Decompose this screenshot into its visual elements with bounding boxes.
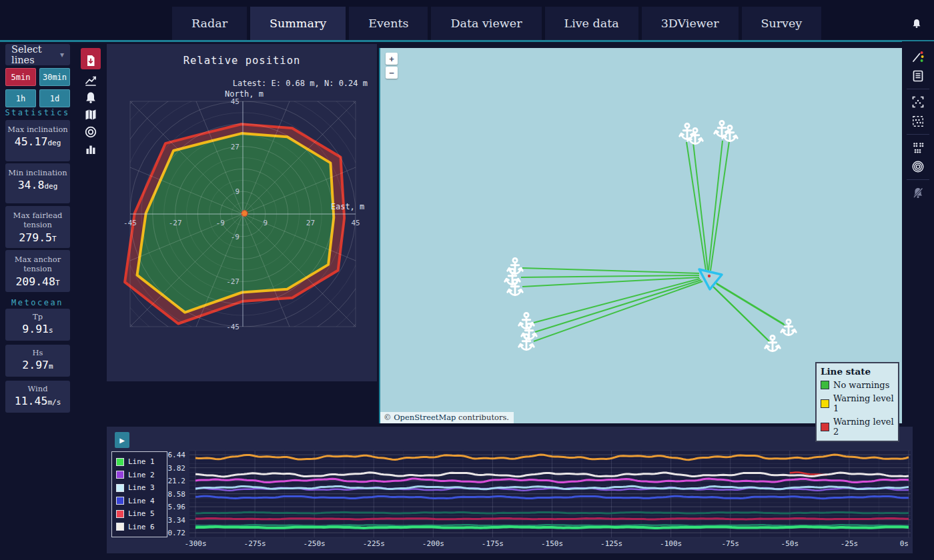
north-axis-tick: 9 [235,187,240,196]
export-report-button[interactable] [81,48,101,69]
legend-label: Line 6 [128,523,155,531]
time-button-5min[interactable]: 5min [5,68,36,86]
notifications-bell-icon[interactable] [911,17,922,29]
rings-icon[interactable] [911,160,925,173]
tab-radar[interactable]: Radar [172,7,247,40]
select-region-icon[interactable] [911,115,925,128]
legend-label: Line 4 [128,497,155,505]
line-1-swatch [116,458,124,466]
relative-position-panel: Relative position Latest: E: 0.68 m, N: … [107,44,377,381]
east-axis-tick: 27 [306,219,315,227]
metocean-header: Metocean [0,298,75,307]
openstreetmap-link[interactable]: OpenStreetMap [394,413,456,422]
metocean-value: 9.91 [22,323,49,335]
x-axis-tick: -250s [304,539,326,548]
stat-card-max-inclination: Max inclination 45.17deg [5,120,70,161]
top-nav: Radar Summary Events Data viewer Live da… [0,0,934,42]
map-icon[interactable] [84,108,97,121]
stat-unit: deg [47,139,61,147]
stat-label: Max anchor tension [5,255,70,274]
anchor-icon [781,319,797,335]
time-range-buttons: 5min 30min 1h 1d [5,68,70,107]
tension-timeseries-panel: ▶ Line 1 Line 2 Line 3 Line 4 Line 5 Lin… [107,427,913,553]
stat-value: 34.8 [18,179,45,191]
legend-item-line-1: Line 1 [116,455,163,469]
mooring-line [521,275,699,277]
bell-icon[interactable] [84,91,97,104]
legend-item-line-6: Line 6 [116,521,163,534]
metocean-unit: m/s [47,398,61,407]
x-axis-tick: -225s [363,539,385,548]
alarm-off-icon[interactable] [911,186,925,199]
x-axis-tick: -75s [722,539,740,548]
map-attribution: © OpenStreetMap contributors. [380,412,514,423]
stat-label: Min inclination [5,168,70,177]
app-root: Radar Summary Events Data viewer Live da… [0,0,934,560]
left-icon-rail [75,41,107,560]
file-download-icon [84,54,97,67]
legend-item: Warning level 1 [821,393,894,413]
x-axis-tick: -25s [841,539,859,548]
time-button-30min[interactable]: 30min [39,68,70,86]
warning-level-2-swatch [821,423,829,431]
line-state-icon[interactable] [911,50,925,63]
mooring-line [535,280,701,332]
x-axis-tick: -150s [541,539,563,548]
stat-unit: T [55,279,60,287]
legend-label: Line 5 [128,509,155,518]
cluster-points-icon[interactable] [911,141,925,154]
x-axis-tick: 0s [900,539,909,548]
tab-live-data[interactable]: Live data [545,7,638,40]
relative-position-chart: -45-45-27-27-9-99927274545North, mEast, … [107,88,377,381]
stat-value: 279.5 [19,231,52,244]
play-button[interactable]: ▶ [115,432,129,448]
statistics-header: Statistics [0,108,75,117]
stat-card-min-inclination: Min inclination 34.8deg [5,163,70,203]
no-warnings-swatch [821,381,829,389]
trend-chart-icon[interactable] [84,73,97,87]
metocean-card-hs: Hs 2.97m [5,345,70,377]
legend-item-line-4: Line 4 [116,495,163,508]
chevron-down-icon: ▾ [60,50,64,59]
nav-tabs: Radar Summary Events Data viewer Live da… [172,7,821,40]
bullseye-icon[interactable] [84,125,97,139]
tab-summary[interactable]: Summary [250,7,346,40]
north-axis-tick: -27 [226,277,240,286]
north-axis-tick: -45 [226,323,240,331]
rail-divider [907,134,929,135]
anchor-icon [765,335,781,351]
line-state-legend: Line state No warnings Warning level 1 W… [815,362,899,442]
east-axis-tick: -27 [169,219,182,227]
stat-unit: deg [44,182,57,191]
legend-label: Warning level 2 [833,417,894,437]
vessel-position-dot [708,275,711,277]
report-icon[interactable] [911,69,925,83]
bar-chart-icon[interactable] [84,143,97,156]
time-button-1h[interactable]: 1h [5,89,36,107]
north-axis-tick: 27 [231,143,240,151]
fit-view-icon[interactable] [911,95,925,109]
zoom-out-button[interactable]: − [386,67,398,79]
tab-survey[interactable]: Survey [742,7,822,40]
east-axis-tick: -45 [123,219,137,227]
stat-label: Max inclination [5,125,70,134]
legend-label: Line 3 [128,483,155,492]
tab-3dviewer[interactable]: 3DViewer [642,7,739,40]
select-lines-dropdown[interactable]: Select lines ▾ [5,44,70,65]
mooring-line [714,287,770,342]
tab-data-viewer[interactable]: Data viewer [431,7,541,40]
metocean-unit: s [49,326,53,335]
zoom-in-button[interactable]: + [386,53,398,65]
warning-level-1-swatch [821,399,829,408]
mooring-line [534,281,703,341]
tab-events[interactable]: Events [349,7,428,40]
legend-label: Line 2 [128,471,155,479]
stat-unit: T [52,235,57,243]
legend-item-line-3: Line 3 [116,481,163,495]
rail-divider [907,89,929,89]
time-button-1d[interactable]: 1d [39,89,70,107]
legend-item: No warnings [821,380,894,390]
latest-position-readout: Latest: E: 0.68 m, N: 0.24 m [233,79,368,88]
metocean-unit: m [49,362,53,371]
east-axis-tick: -9 [216,219,225,227]
